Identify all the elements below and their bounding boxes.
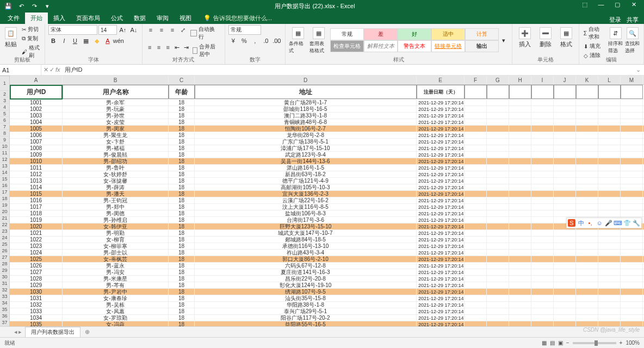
- cell[interactable]: 2021-12-29 17:20:14: [417, 132, 465, 138]
- ime-voice-icon[interactable]: 🎤: [605, 219, 612, 227]
- tab-review[interactable]: 审阅: [151, 13, 174, 24]
- ime-toolbar[interactable]: S 中 •, ☺ 🎤 ⌨ 👕 🔧: [566, 217, 642, 228]
- cell[interactable]: 2021-12-29 17:20:14: [417, 171, 465, 177]
- cell[interactable]: [531, 308, 554, 314]
- add-sheet-icon[interactable]: ⊕: [81, 328, 94, 335]
- style-output[interactable]: 输出: [465, 40, 499, 52]
- cell[interactable]: [509, 178, 531, 184]
- cell[interactable]: 2021-12-29 17:20:14: [417, 145, 465, 151]
- align-bot-icon[interactable]: ≡: [168, 25, 177, 35]
- row-header[interactable]: 8: [0, 130, 9, 136]
- cell[interactable]: [598, 132, 621, 138]
- ime-keyboard-icon[interactable]: ⌨: [614, 219, 622, 227]
- cell[interactable]: 男-蓝永: [63, 263, 169, 269]
- row-header[interactable]: 29: [0, 267, 9, 274]
- cell[interactable]: [465, 276, 487, 282]
- cell[interactable]: 1006: [10, 132, 63, 138]
- cell[interactable]: [554, 302, 576, 308]
- cell[interactable]: 女-皮莹: [63, 119, 169, 125]
- cell[interactable]: [487, 289, 509, 295]
- row-header[interactable]: 25: [0, 241, 9, 247]
- cell[interactable]: [598, 276, 621, 282]
- cell[interactable]: 18: [169, 119, 195, 125]
- cell[interactable]: [598, 302, 621, 308]
- cell[interactable]: 男-闵德: [63, 210, 169, 216]
- cell[interactable]: 18: [169, 295, 195, 301]
- cell[interactable]: [576, 269, 598, 275]
- cell[interactable]: 1004: [10, 119, 63, 125]
- cell[interactable]: [598, 152, 621, 158]
- cell[interactable]: [487, 269, 509, 275]
- row-header[interactable]: 15: [0, 176, 9, 182]
- cell[interactable]: 男-冯安: [63, 269, 169, 275]
- cell[interactable]: [487, 308, 509, 314]
- cell[interactable]: [554, 197, 576, 203]
- cell[interactable]: 绣湖路107号-9-5: [195, 289, 417, 295]
- cell[interactable]: 18: [169, 263, 195, 269]
- row-header[interactable]: 33: [0, 293, 9, 300]
- find-select-button[interactable]: 🔍查找和选择: [625, 25, 640, 54]
- cell[interactable]: 云溪广场22号-16-2: [195, 197, 417, 203]
- cell[interactable]: [621, 237, 643, 243]
- row-header[interactable]: 38: [0, 326, 9, 326]
- row-header[interactable]: 22: [0, 221, 9, 228]
- row-header[interactable]: 13: [0, 163, 9, 169]
- row-header[interactable]: 37: [0, 319, 9, 326]
- cell[interactable]: [598, 184, 621, 190]
- cell[interactable]: [621, 250, 643, 256]
- ribbon-opts-icon[interactable]: ⬚: [578, 1, 592, 11]
- undo-icon[interactable]: ↶: [16, 1, 26, 11]
- cell[interactable]: [554, 152, 576, 158]
- style-normal[interactable]: 常规: [330, 28, 364, 40]
- cell[interactable]: [576, 100, 598, 105]
- cell[interactable]: [598, 100, 621, 105]
- cell[interactable]: 18: [169, 282, 195, 288]
- cell[interactable]: [509, 289, 531, 295]
- row-header[interactable]: 14: [0, 169, 9, 176]
- cell[interactable]: 宜兴大厦136号-2-3: [195, 191, 417, 197]
- cell[interactable]: [465, 321, 487, 326]
- number-format-combo[interactable]: 常规: [228, 25, 261, 35]
- cell[interactable]: 年龄: [169, 85, 195, 99]
- col-header-J[interactable]: J: [554, 76, 576, 84]
- cell[interactable]: [554, 210, 576, 216]
- tab-nav-last-icon[interactable]: ▸: [18, 328, 22, 335]
- row-header[interactable]: 30: [0, 274, 9, 280]
- ime-cn-icon[interactable]: 中: [577, 219, 585, 227]
- cell[interactable]: 2021-12-29 17:20:14: [417, 308, 465, 314]
- cell[interactable]: [465, 250, 487, 256]
- cell[interactable]: 注册日期（天）: [417, 85, 465, 99]
- cell[interactable]: 1026: [10, 263, 63, 269]
- cell[interactable]: [531, 184, 554, 190]
- cell[interactable]: [554, 132, 576, 138]
- cell[interactable]: [621, 126, 643, 132]
- cell[interactable]: [531, 139, 554, 145]
- cell[interactable]: 地址: [195, 85, 417, 99]
- cell[interactable]: 巨野大厦123号-15-10: [195, 223, 417, 229]
- wrap-text-button[interactable]: 自动换行: [189, 25, 221, 41]
- cell[interactable]: [509, 276, 531, 282]
- comma-icon[interactable]: ,: [250, 36, 260, 46]
- autosum-button[interactable]: Σ自动求和: [583, 25, 606, 41]
- cell[interactable]: [465, 165, 487, 171]
- col-header-H[interactable]: H: [509, 76, 531, 84]
- cell[interactable]: [531, 165, 554, 171]
- cell[interactable]: [465, 289, 487, 295]
- col-header-L[interactable]: L: [598, 76, 621, 84]
- cell[interactable]: [531, 276, 554, 282]
- cell[interactable]: [554, 269, 576, 275]
- cell[interactable]: [621, 139, 643, 145]
- cell[interactable]: 18: [169, 126, 195, 132]
- cell[interactable]: 泰兴广场29号-5-1: [195, 308, 417, 314]
- cell[interactable]: 2021-12-29 17:20:14: [417, 178, 465, 184]
- fill-button[interactable]: ⬇填充: [583, 42, 606, 51]
- cell[interactable]: [621, 106, 643, 112]
- cell[interactable]: [531, 191, 554, 197]
- cell[interactable]: 18: [169, 321, 195, 326]
- cell[interactable]: [598, 250, 621, 256]
- save-icon[interactable]: 💾: [3, 1, 13, 11]
- cell[interactable]: [531, 282, 554, 288]
- row-header[interactable]: 28: [0, 260, 9, 267]
- format-button[interactable]: ▦格式: [557, 25, 575, 48]
- cell[interactable]: 1005: [10, 126, 63, 132]
